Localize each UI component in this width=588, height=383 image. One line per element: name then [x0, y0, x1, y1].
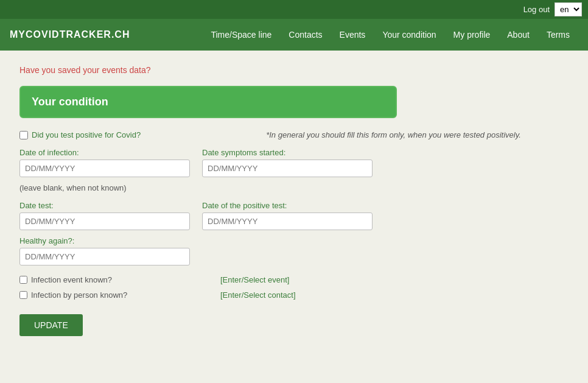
row-test-dates: Date test: Date of the positive test: — [19, 201, 528, 230]
infection-event-left: Infection event known? — [19, 275, 220, 284]
field-date-infection: Date of infection: — [19, 148, 190, 177]
nav-contacts[interactable]: Contacts — [280, 21, 331, 48]
row-infection-symptoms: Date of infection: Date symptoms started… — [19, 148, 528, 177]
update-button[interactable]: UPDATE — [19, 314, 83, 336]
nav-yourcondition[interactable]: Your condition — [374, 21, 444, 48]
nav-events[interactable]: Events — [331, 21, 374, 48]
section-header: Your condition — [19, 86, 397, 118]
field-date-test: Date test: — [19, 201, 190, 230]
logout-button[interactable]: Log out — [523, 5, 550, 14]
enter-select-event-link[interactable]: [Enter/Select event] — [220, 275, 289, 284]
date-test-label: Date test: — [19, 201, 190, 210]
infection-event-label[interactable]: Infection event known? — [31, 275, 112, 284]
nav-terms[interactable]: Terms — [538, 21, 578, 48]
covid-positive-checkbox[interactable] — [19, 131, 28, 139]
site-logo: MYCOVIDTRACKER.CH — [10, 29, 130, 40]
infection-person-checkbox[interactable] — [19, 291, 27, 299]
date-infection-input[interactable] — [19, 160, 190, 177]
nav-myprofile[interactable]: My profile — [445, 21, 499, 48]
language-select[interactable]: en de fr — [555, 2, 582, 16]
infection-person-left: Infection by person known? — [19, 290, 220, 300]
healthy-again-label: Healthy again?: — [19, 236, 190, 245]
infection-event-row: Infection event known? [Enter/Select eve… — [19, 275, 528, 284]
nav-timespace[interactable]: Time/Space line — [202, 21, 280, 48]
covid-positive-label[interactable]: Did you test positive for Covid? — [32, 130, 141, 139]
row-healthy: Healthy again?: — [19, 236, 528, 265]
date-test-input[interactable] — [19, 213, 190, 230]
info-text: *In general you should fill this form on… — [266, 130, 521, 139]
date-symptoms-label: Date symptoms started: — [202, 148, 373, 157]
nav-links: Time/Space line Contacts Events Your con… — [202, 21, 578, 48]
nav-bar: MYCOVIDTRACKER.CH Time/Space line Contac… — [0, 19, 588, 51]
section-title: Your condition — [32, 96, 385, 108]
nav-about[interactable]: About — [499, 21, 538, 48]
date-symptoms-input[interactable] — [202, 160, 373, 177]
date-positive-label: Date of the positive test: — [202, 201, 373, 210]
date-positive-input[interactable] — [202, 213, 373, 230]
field-healthy-again: Healthy again?: — [19, 236, 190, 265]
covid-positive-row: Did you test positive for Covid? *In gen… — [19, 130, 528, 139]
healthy-again-input[interactable] — [19, 248, 190, 265]
date-infection-label: Date of infection: — [19, 148, 190, 157]
infection-person-label[interactable]: Infection by person known? — [31, 290, 127, 300]
enter-select-contact-link[interactable]: [Enter/Select contact] — [220, 290, 296, 300]
infection-person-row: Infection by person known? [Enter/Select… — [19, 290, 528, 300]
infection-event-checkbox[interactable] — [19, 276, 27, 284]
warning-text: Have you saved your events data? — [19, 65, 528, 75]
main-content: Have you saved your events data? Your co… — [0, 51, 548, 351]
field-date-positive: Date of the positive test: — [202, 201, 373, 230]
field-date-symptoms: Date symptoms started: — [202, 148, 373, 177]
top-bar: Log out en de fr — [0, 0, 588, 19]
leave-blank-note: (leave blank, when not known) — [19, 183, 528, 192]
